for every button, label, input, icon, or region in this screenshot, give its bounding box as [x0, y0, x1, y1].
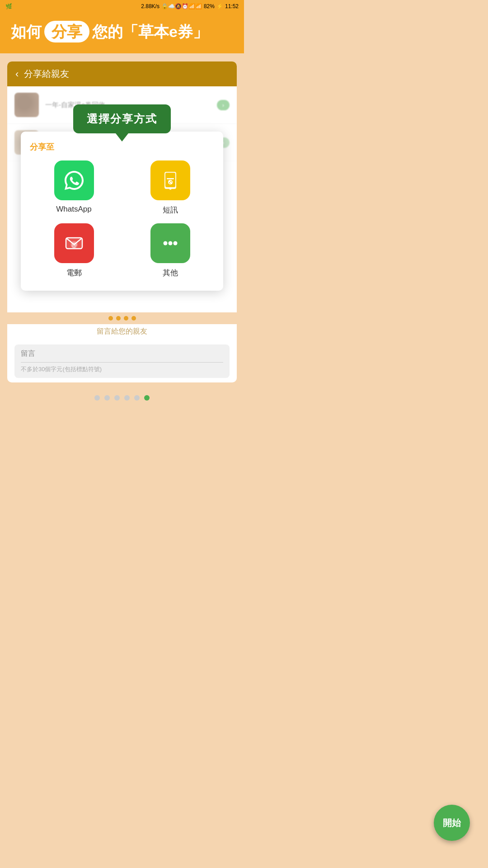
- title-post: 您的「草本e券」: [92, 22, 208, 42]
- header-bar: 如何 分享 您的「草本e券」: [0, 13, 244, 53]
- svg-rect-3: [167, 178, 174, 179]
- comment-hint: 不多於30個字元(包括標點符號): [21, 365, 223, 373]
- page-dot-6-active[interactable]: [144, 395, 150, 401]
- email-icon-wrap: @: [54, 223, 94, 263]
- clock: 11:52: [225, 3, 239, 9]
- share-whatsapp[interactable]: WhatsApp: [30, 160, 118, 215]
- other-icon-wrap: [150, 223, 190, 263]
- battery-level: 82%: [204, 3, 215, 9]
- whatsapp-icon-wrap: [54, 160, 94, 200]
- card-nav: ‹ 分享給親友: [7, 61, 237, 86]
- comment-label: 留言: [21, 349, 223, 363]
- other-icon: [159, 232, 182, 255]
- page-dot-4[interactable]: [124, 395, 130, 401]
- sms-label: 短訊: [163, 205, 178, 215]
- card-content: 一年-自家湯e券回收 › 草本e券 › 選擇分享方式 分享至: [7, 86, 237, 312]
- sms-icon: [159, 169, 182, 192]
- bottom-dots: [0, 391, 244, 408]
- page-dot-2[interactable]: [104, 395, 110, 401]
- network-speed: 2.88K/s: [141, 3, 160, 9]
- whatsapp-label: WhatsApp: [56, 205, 91, 214]
- card-nav-title: 分享給親友: [24, 68, 69, 80]
- svg-point-10: [168, 241, 172, 245]
- page-dot-1[interactable]: [94, 395, 100, 401]
- page-dot-3[interactable]: [114, 395, 120, 401]
- dot-4: [131, 316, 136, 321]
- dot-3: [124, 316, 128, 321]
- friends-label: 留言給您的親友: [7, 324, 237, 340]
- status-icons: 🔒☁️🔕⏰📶📶: [161, 3, 202, 9]
- other-label: 其他: [163, 268, 178, 278]
- header-title: 如何 分享 您的「草本e券」: [11, 21, 233, 42]
- tooltip-bubble: 選擇分享方式: [73, 104, 171, 133]
- svg-point-11: [173, 241, 177, 245]
- whatsapp-icon: [63, 169, 85, 192]
- title-highlight: 分享: [44, 21, 89, 42]
- email-label: 電郵: [66, 268, 82, 278]
- content-area: ‹ 分享給親友 一年-自家湯e券回收 › 草本e券 › 選擇分享方式: [0, 53, 244, 391]
- svg-point-9: [163, 241, 167, 245]
- charging-icon: ⚡: [216, 3, 223, 9]
- svg-text:@: @: [71, 242, 77, 248]
- dot-1: [108, 316, 113, 321]
- share-other[interactable]: 其他: [126, 223, 214, 278]
- inner-card: ‹ 分享給親友 一年-自家湯e券回收 › 草本e券 › 選擇分享方式: [7, 61, 237, 382]
- page-dot-5[interactable]: [134, 395, 140, 401]
- title-pre: 如何: [11, 22, 42, 42]
- share-overlay: 選擇分享方式 分享至 WhatsApp: [7, 86, 237, 312]
- share-sms[interactable]: 短訊: [126, 160, 214, 215]
- share-email[interactable]: @ 電郵: [30, 223, 118, 278]
- svg-point-2: [169, 188, 171, 190]
- status-right: 2.88K/s 🔒☁️🔕⏰📶📶 82% ⚡ 11:52: [141, 3, 239, 9]
- back-button[interactable]: ‹: [15, 68, 19, 80]
- status-left: 🌿: [5, 3, 12, 9]
- dots-row: [7, 312, 237, 324]
- email-icon: @: [63, 232, 85, 255]
- sms-icon-wrap: [150, 160, 190, 200]
- comment-section: 留言 不多於30個字元(包括標點符號): [14, 344, 230, 378]
- share-modal: 分享至 WhatsApp: [21, 132, 223, 291]
- share-to-label: 分享至: [30, 142, 214, 152]
- app-icon: 🌿: [5, 3, 12, 9]
- share-grid: WhatsApp: [30, 160, 214, 278]
- dot-2: [116, 316, 121, 321]
- status-bar: 🌿 2.88K/s 🔒☁️🔕⏰📶📶 82% ⚡ 11:52: [0, 0, 244, 13]
